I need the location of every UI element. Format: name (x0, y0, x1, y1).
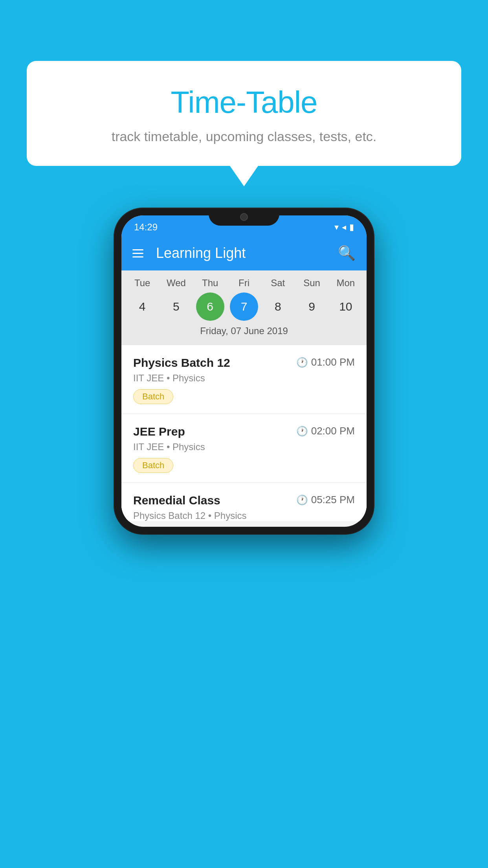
phone-notch (209, 208, 279, 226)
day-10[interactable]: 10 (332, 292, 360, 321)
batch-tag-2: Batch (133, 458, 173, 473)
camera-notch (240, 213, 248, 221)
wifi-icon: ▾ (334, 222, 339, 232)
class-item-physics-batch-12[interactable]: Physics Batch 12 🕐 01:00 PM IIT JEE • Ph… (121, 345, 367, 414)
class-name-3: Remedial Class (133, 494, 220, 507)
class-meta-3: Physics Batch 12 • Physics (133, 510, 355, 521)
day-9[interactable]: 9 (298, 292, 326, 321)
class-time-2: 🕐 02:00 PM (296, 425, 355, 437)
class-item-remedial[interactable]: Remedial Class 🕐 05:25 PM Physics Batch … (121, 483, 367, 521)
day-header-fri: Fri (230, 278, 258, 289)
time-value-3: 05:25 PM (311, 494, 355, 506)
battery-icon: ▮ (349, 222, 354, 232)
day-header-sat: Sat (264, 278, 292, 289)
class-item-header-3: Remedial Class 🕐 05:25 PM (133, 494, 355, 507)
clock-icon-2: 🕐 (296, 426, 308, 437)
class-meta-1: IIT JEE • Physics (133, 373, 355, 384)
signal-icon: ◂ (342, 222, 346, 232)
class-meta-2: IIT JEE • Physics (133, 441, 355, 452)
day-7-selected[interactable]: 7 (230, 292, 258, 321)
day-4[interactable]: 4 (128, 292, 156, 321)
day-headers: Tue Wed Thu Fri Sat Sun Mon (121, 278, 367, 289)
bubble-subtitle: track timetable, upcoming classes, tests… (42, 129, 446, 144)
app-bar: Learning Light 🔍 (121, 236, 367, 270)
class-item-header-1: Physics Batch 12 🕐 01:00 PM (133, 356, 355, 370)
class-list: Physics Batch 12 🕐 01:00 PM IIT JEE • Ph… (121, 345, 367, 521)
day-header-tue: Tue (128, 278, 156, 289)
phone-mockup: 14:29 ▾ ◂ ▮ Learning Light 🔍 (114, 208, 374, 534)
phone-outer: 14:29 ▾ ◂ ▮ Learning Light 🔍 (114, 208, 374, 534)
status-icons: ▾ ◂ ▮ (334, 222, 354, 232)
speech-bubble: Time-Table track timetable, upcoming cla… (27, 61, 461, 166)
day-8[interactable]: 8 (264, 292, 292, 321)
day-6-today[interactable]: 6 (196, 292, 224, 321)
class-name-2: JEE Prep (133, 425, 185, 438)
day-header-thu: Thu (196, 278, 224, 289)
time-value-1: 01:00 PM (311, 356, 355, 368)
day-5[interactable]: 5 (162, 292, 190, 321)
day-header-wed: Wed (162, 278, 190, 289)
speech-bubble-section: Time-Table track timetable, upcoming cla… (27, 61, 461, 166)
search-icon[interactable]: 🔍 (338, 245, 356, 261)
day-numbers: 4 5 6 7 8 9 10 (121, 292, 367, 321)
calendar-strip: Tue Wed Thu Fri Sat Sun Mon 4 5 6 7 8 9 … (121, 270, 367, 345)
class-item-jee-prep[interactable]: JEE Prep 🕐 02:00 PM IIT JEE • Physics Ba… (121, 414, 367, 483)
batch-tag-1: Batch (133, 389, 173, 404)
app-title: Learning Light (156, 245, 328, 261)
selected-date-label: Friday, 07 June 2019 (121, 321, 367, 342)
bubble-title: Time-Table (42, 85, 446, 120)
status-time: 14:29 (134, 222, 158, 233)
menu-icon[interactable] (132, 249, 143, 257)
class-name-1: Physics Batch 12 (133, 356, 230, 370)
day-header-sun: Sun (298, 278, 326, 289)
class-item-header-2: JEE Prep 🕐 02:00 PM (133, 425, 355, 438)
class-time-1: 🕐 01:00 PM (296, 356, 355, 368)
clock-icon-3: 🕐 (296, 495, 308, 506)
class-time-3: 🕐 05:25 PM (296, 494, 355, 506)
clock-icon-1: 🕐 (296, 357, 308, 368)
day-header-mon: Mon (332, 278, 360, 289)
time-value-2: 02:00 PM (311, 425, 355, 437)
phone-screen: 14:29 ▾ ◂ ▮ Learning Light 🔍 (121, 215, 367, 527)
